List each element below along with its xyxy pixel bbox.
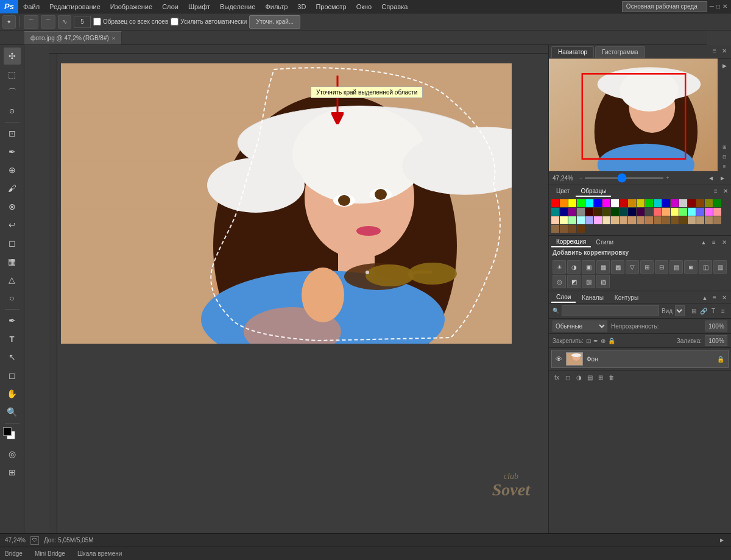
brush-style-1[interactable]: ⌒ — [24, 15, 38, 29]
swatch-item[interactable] — [602, 199, 610, 207]
swatch-item[interactable] — [620, 199, 627, 207]
correction-color-balance[interactable]: ⊟ — [655, 260, 668, 274]
layers-collapse-btn[interactable]: ▲ — [701, 294, 709, 302]
maximize-btn[interactable]: □ — [716, 3, 720, 10]
swatches-tab[interactable]: Образцы — [576, 186, 611, 197]
brush-size-input[interactable] — [74, 16, 91, 28]
swatch-item[interactable] — [585, 199, 593, 207]
correction-curves[interactable]: ▦ — [596, 260, 610, 274]
histogram-tab[interactable]: Гистограмма — [595, 46, 645, 58]
correction-exposure[interactable]: ▩ — [611, 260, 624, 274]
swatch-item[interactable] — [611, 208, 619, 216]
zoom-tool[interactable]: 🔍 — [4, 403, 21, 420]
swatch-item[interactable] — [688, 208, 696, 216]
swatch-item[interactable] — [705, 199, 713, 207]
swatch-item[interactable] — [560, 208, 568, 216]
foreground-color-swatch[interactable] — [3, 427, 12, 436]
swatch-item[interactable] — [602, 216, 610, 224]
menu-help[interactable]: Справка — [376, 0, 412, 13]
swatch-item[interactable] — [551, 208, 559, 216]
selection-tool[interactable]: ⬚ — [4, 66, 21, 83]
dodge-tool[interactable]: ○ — [4, 289, 21, 307]
correction-invert[interactable]: ▨ — [596, 275, 610, 288]
correction-vibrance[interactable]: ▽ — [626, 260, 639, 274]
correction-posterize[interactable]: ▧ — [582, 275, 595, 288]
menu-view[interactable]: Просмотр — [311, 0, 351, 13]
swatch-item[interactable] — [679, 199, 687, 207]
swatch-item[interactable] — [577, 208, 585, 216]
correction-contrast[interactable]: ◑ — [567, 260, 581, 274]
nav-ctrl-btn1[interactable]: ◀ — [706, 173, 716, 183]
swatch-item[interactable] — [645, 208, 653, 216]
swatch-item[interactable] — [551, 216, 559, 224]
sample-layers-checkbox[interactable] — [93, 18, 101, 26]
nav-panel-menu-btn[interactable]: ≡ — [710, 46, 719, 55]
close-btn[interactable]: ✕ — [722, 3, 727, 10]
swatch-item[interactable] — [577, 225, 585, 233]
swatch-item[interactable] — [662, 199, 670, 207]
correction-bw[interactable]: ▤ — [669, 260, 683, 274]
color-panel-close[interactable]: ✕ — [721, 187, 730, 196]
screen-mode-btn[interactable]: ⊞ — [4, 464, 21, 481]
color-panel-menu[interactable]: ≡ — [712, 187, 720, 196]
swatch-item[interactable] — [560, 199, 568, 207]
swatch-item[interactable] — [645, 216, 653, 224]
zoom-plus-icon[interactable]: + — [666, 175, 669, 181]
eraser-tool[interactable]: ◻ — [4, 235, 21, 252]
nav-panel-close-btn[interactable]: ✕ — [720, 46, 729, 55]
menu-font[interactable]: Шрифт — [183, 0, 215, 13]
swatch-item[interactable] — [585, 216, 593, 224]
menu-window[interactable]: Окно — [351, 0, 377, 13]
swatch-item[interactable] — [713, 216, 721, 224]
swatch-item[interactable] — [654, 216, 662, 224]
menu-select[interactable]: Выделение — [215, 0, 260, 13]
menu-edit[interactable]: Редактирование — [44, 0, 105, 13]
swatch-item[interactable] — [577, 199, 585, 207]
nav-option-btn1[interactable]: ⊞ — [719, 142, 729, 152]
layer-adjustment-btn[interactable]: ◑ — [574, 373, 583, 381]
layer-delete-btn[interactable]: 🗑 — [607, 373, 616, 381]
layers-link[interactable]: 🔗 — [699, 307, 708, 315]
layers-search-input[interactable] — [562, 305, 659, 316]
stamp-tool[interactable]: ⊗ — [4, 198, 21, 215]
layers-view-dropdown[interactable]: ▾ — [675, 305, 685, 316]
swatch-item[interactable] — [705, 208, 713, 216]
correction-gradient-map[interactable]: ▥ — [713, 260, 727, 274]
swatch-item[interactable] — [602, 208, 610, 216]
correction-hue[interactable]: ⊞ — [640, 260, 654, 274]
swatch-item[interactable] — [594, 199, 602, 207]
lock-pixels-btn[interactable]: ⊡ — [586, 338, 591, 344]
color-tab[interactable]: Цвет — [551, 186, 574, 197]
navigator-tab[interactable]: Навигатор — [551, 46, 594, 58]
path-select-tool[interactable]: ↖ — [4, 349, 21, 366]
correction-close-btn[interactable]: ✕ — [720, 238, 729, 247]
swatch-item[interactable] — [662, 216, 670, 224]
correction-threshold[interactable]: ◩ — [567, 275, 581, 288]
move-tool[interactable]: ✣ — [4, 48, 21, 65]
layers-text[interactable]: T — [709, 307, 718, 315]
swatch-item[interactable] — [628, 208, 636, 216]
swatch-item[interactable] — [671, 208, 679, 216]
layers-close-btn[interactable]: ✕ — [720, 294, 729, 302]
correction-selective[interactable]: ◎ — [553, 275, 566, 288]
swatch-item[interactable] — [568, 225, 576, 233]
styles-tab[interactable]: Стили — [591, 238, 618, 247]
correction-menu-btn[interactable]: ≡ — [710, 238, 718, 247]
menu-image[interactable]: Изображение — [105, 0, 157, 13]
correction-levels[interactable]: ▣ — [582, 260, 595, 274]
swatch-item[interactable] — [585, 208, 593, 216]
layers-new-layer[interactable]: ⊞ — [690, 307, 698, 315]
swatch-item[interactable] — [611, 199, 619, 207]
correction-collapse-btn[interactable]: ▲ — [699, 238, 708, 247]
channels-tab[interactable]: Каналы — [577, 293, 609, 302]
swatch-item[interactable] — [568, 216, 576, 224]
menu-filter[interactable]: Фильтр — [260, 0, 292, 13]
menu-3d[interactable]: 3D — [292, 0, 311, 13]
canvas-area[interactable]: Уточнить край выделенной области — [24, 45, 548, 533]
swatch-item[interactable] — [560, 225, 568, 233]
swatch-item[interactable] — [679, 208, 687, 216]
swatch-item[interactable] — [654, 199, 662, 207]
swatch-item[interactable] — [628, 216, 636, 224]
swatch-item[interactable] — [568, 199, 576, 207]
layer-item[interactable]: 👁 Фон 🔒 — [551, 350, 729, 368]
